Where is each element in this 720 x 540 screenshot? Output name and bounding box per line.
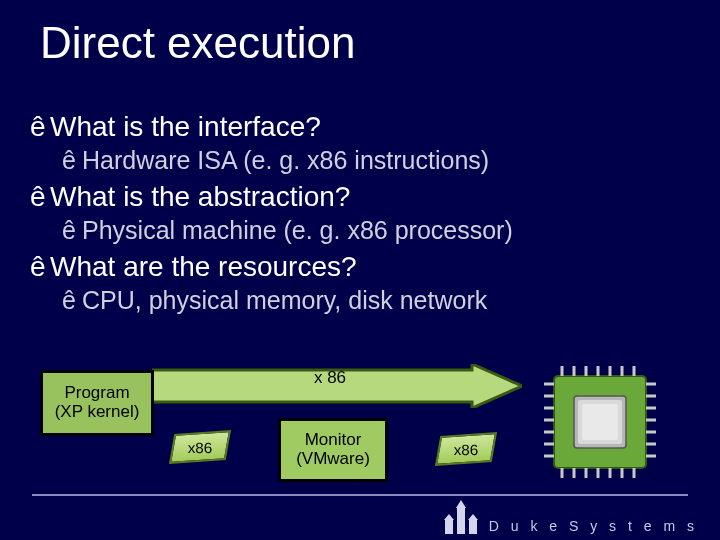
svg-marker-36: [444, 514, 454, 520]
x86-tag: x86: [169, 430, 231, 464]
svg-rect-32: [582, 404, 618, 440]
bullet-lvl1: êWhat are the resources?: [30, 251, 700, 283]
monitor-box-text: Monitor (VMware): [296, 431, 370, 468]
svg-rect-33: [457, 508, 465, 534]
svg-rect-35: [445, 520, 453, 534]
slide: Direct execution êWhat is the interface?…: [0, 0, 720, 540]
x86-tag: x86: [435, 432, 497, 466]
footer-divider: [32, 494, 688, 496]
program-box-text: Program (XP kernel): [55, 384, 140, 421]
svg-marker-38: [468, 514, 478, 520]
bullet-list: êWhat is the interface? êHardware ISA (e…: [30, 105, 700, 319]
bullet-icon: ê: [62, 286, 82, 315]
bullet-icon: ê: [30, 251, 50, 283]
bullet-lvl1: êWhat is the interface?: [30, 111, 700, 143]
bullet-text: Physical machine (e. g. x86 processor): [82, 216, 513, 244]
bullet-text: What is the interface?: [50, 111, 321, 142]
bullet-icon: ê: [62, 216, 82, 245]
x86-tag-text: x86: [188, 439, 213, 456]
program-box: Program (XP kernel): [40, 370, 154, 436]
bullet-lvl1: êWhat is the abstraction?: [30, 181, 700, 213]
svg-marker-34: [456, 500, 466, 508]
bullet-icon: ê: [62, 146, 82, 175]
bullet-lvl2: êHardware ISA (e. g. x86 instructions): [62, 146, 700, 175]
footer-brand-text: D u k e S y s t e m s: [489, 518, 698, 534]
bullet-text: What are the resources?: [50, 251, 357, 282]
arrow-label: x 86: [300, 368, 360, 388]
diagram: x 86 Program (XP kernel) Monitor (VMware…: [0, 358, 720, 496]
chapel-icon: [441, 500, 481, 534]
bullet-text: Hardware ISA (e. g. x86 instructions): [82, 146, 489, 174]
slide-title: Direct execution: [40, 18, 355, 68]
bullet-lvl2: êPhysical machine (e. g. x86 processor): [62, 216, 700, 245]
monitor-box: Monitor (VMware): [278, 418, 388, 482]
bullet-lvl2: êCPU, physical memory, disk network: [62, 286, 700, 315]
bullet-text: What is the abstraction?: [50, 181, 350, 212]
bullet-icon: ê: [30, 111, 50, 143]
svg-rect-37: [469, 520, 477, 534]
footer-brand: D u k e S y s t e m s: [441, 500, 698, 534]
bullet-icon: ê: [30, 181, 50, 213]
x86-tag-text: x86: [454, 441, 479, 458]
bullet-text: CPU, physical memory, disk network: [82, 286, 487, 314]
processor-chip-icon: [540, 362, 660, 482]
